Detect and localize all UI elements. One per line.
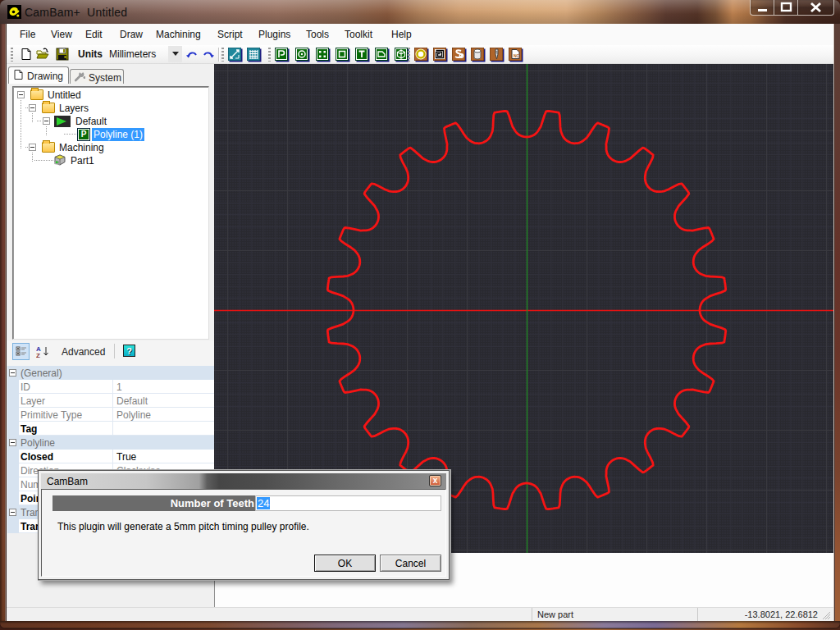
svg-text:Z: Z [36,352,40,358]
svg-text:NC: NC [514,53,520,58]
